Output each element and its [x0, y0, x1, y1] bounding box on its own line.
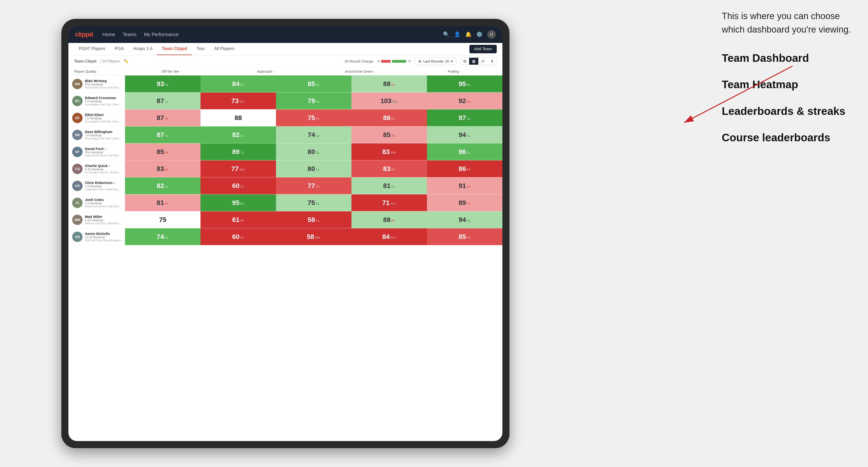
score-value: 92: [459, 97, 466, 105]
score-value: 85: [459, 233, 466, 241]
score-cell: 813: [125, 194, 200, 211]
score-cell: 814: [351, 177, 427, 194]
avatar: BM: [72, 79, 83, 89]
player-row[interactable]: JCJosh Coles1-5 HandicapRoyal North Devo…: [68, 194, 502, 211]
score-value: 88: [235, 114, 242, 122]
tab-all-players[interactable]: All Players: [210, 43, 239, 55]
col-header-player-quality[interactable]: Player Quality ↕: [68, 69, 125, 73]
tab-pga[interactable]: PGA: [110, 43, 128, 55]
player-row[interactable]: BMBlair McHargPlus HandicapRoyal North D…: [68, 75, 502, 92]
user-icon[interactable]: 👤: [454, 31, 460, 37]
score-cell: 5810: [276, 228, 351, 245]
player-handicap: Plus Handicap: [85, 151, 122, 154]
score-value: 80: [308, 148, 315, 156]
bell-icon[interactable]: 🔔: [465, 31, 471, 37]
score-cell: 823: [125, 177, 200, 194]
tablet-frame: clippd Home Teams My Performance 🔍 👤 🔔 ⚙…: [61, 19, 509, 448]
score-change: 11: [390, 201, 396, 205]
player-row[interactable]: DFDavid Ford ✓Plus HandicapRoyal North D…: [68, 144, 502, 160]
score-change: 5: [467, 117, 471, 120]
score-change: 2: [316, 201, 320, 205]
score-cell: 853: [351, 126, 427, 143]
download-button[interactable]: ⬇: [488, 58, 497, 65]
player-handicap: 1-5 Handicap: [85, 185, 122, 188]
nav-link-my-performance[interactable]: My Performance: [144, 32, 179, 37]
score-inner: 923: [459, 97, 470, 105]
score-value: 87: [157, 131, 164, 139]
score-inner: 10315: [380, 97, 398, 105]
last-rounds-label: Last Rounds: 20: [423, 59, 449, 63]
tablet-screen: clippd Home Teams My Performance 🔍 👤 🔔 ⚙…: [68, 26, 502, 441]
score-cell: 963: [427, 144, 502, 160]
verified-icon: ✓: [108, 164, 111, 168]
view-toggle: ⊞ ▦ 🏷 ⬇: [460, 58, 497, 65]
player-handicap: 1-5 Handicap: [85, 134, 122, 137]
score-cell: 939: [125, 75, 200, 92]
player-row[interactable]: CQCharlie Quick ✓6-10 HandicapSt. George…: [68, 160, 502, 177]
player-info-blair-mcharg: BMBlair McHargPlus HandicapRoyal North D…: [68, 75, 125, 92]
score-change: 2: [391, 219, 395, 222]
score-change: 3: [467, 100, 471, 103]
player-handicap: 11-15 Handicap: [85, 236, 122, 239]
score-change: 11: [239, 100, 245, 103]
player-details: David Ford ✓Plus HandicapRoyal North Dev…: [85, 147, 122, 157]
avatar: CQ: [72, 164, 83, 174]
player-row[interactable]: MMMatt Miller6-10 HandicapWoburn Golf Cl…: [68, 211, 502, 228]
player-row[interactable]: ANAaron Nicholls11-15 HandicapDrift Golf…: [68, 228, 502, 245]
score-cell: 958: [200, 194, 276, 211]
card-view-button[interactable]: 🏷: [478, 58, 488, 65]
avatar: EE: [72, 113, 83, 123]
score-inner: 8310: [382, 148, 396, 156]
score-value: 91: [459, 182, 466, 190]
col-header-around-green[interactable]: Around the Green —: [314, 69, 408, 73]
col-header-approach[interactable]: Approach —: [219, 69, 314, 73]
score-value: 94: [459, 216, 466, 224]
player-details: Chris Robertson ✓1-5 HandicapCraigmillar…: [85, 181, 122, 191]
score-change: 3: [165, 151, 169, 154]
score-cell: 959: [427, 75, 502, 92]
nav-logo: clippd: [75, 31, 93, 38]
add-team-button[interactable]: Add Team: [469, 45, 497, 53]
player-row[interactable]: CRChris Robertson ✓1-5 HandicapCraigmill…: [68, 177, 502, 194]
score-value: 103: [380, 97, 392, 105]
player-handicap: 1-5 Handicap: [85, 117, 122, 120]
score-cells: 823602773814913: [125, 177, 502, 194]
edit-icon[interactable]: ✏️: [124, 59, 129, 63]
last-rounds-button[interactable]: ⊞ Last Rounds: 20 ▾: [415, 58, 456, 65]
score-value: 79: [308, 97, 315, 105]
dashboard-options-list: Team Dashboard Team Heatmap Leaderboards…: [722, 51, 854, 145]
annotation-intro-text: This is where you can choose which dashb…: [722, 9, 854, 36]
settings-icon[interactable]: ⚙️: [476, 31, 483, 37]
score-inner: 873: [157, 114, 168, 122]
nav-link-home[interactable]: Home: [102, 32, 115, 37]
score-inner: 881: [383, 80, 395, 88]
search-icon[interactable]: 🔍: [443, 31, 450, 37]
tab-tour[interactable]: Tour: [192, 43, 210, 55]
score-cell: 943: [427, 211, 502, 228]
table-view-button[interactable]: ▦: [469, 58, 478, 65]
player-row[interactable]: EEElliot Ebert1-5 HandicapSunningdale Go…: [68, 110, 502, 126]
col-header-off-tee[interactable]: Off the Tee —: [125, 69, 219, 73]
column-headers: Player Quality ↕ Off the Tee — Approach …: [68, 67, 502, 75]
tab-hcaps[interactable]: Hcaps 1-5: [128, 43, 157, 55]
col-header-putting[interactable]: Putting —: [408, 69, 502, 73]
player-row[interactable]: ECEdward Crossman1-5 HandicapSunningdale…: [68, 92, 502, 110]
avatar[interactable]: U: [487, 30, 496, 39]
nav-link-teams[interactable]: Teams: [123, 32, 136, 37]
score-cell: 748: [125, 228, 200, 245]
score-cells: 8337714801836868: [125, 160, 502, 177]
grid-view-button[interactable]: ⊞: [460, 58, 469, 65]
player-club: St. George's Hill GC - Weybridge - Surre…: [85, 171, 122, 174]
score-value: 94: [459, 131, 466, 139]
player-info-josh-coles: JCJosh Coles1-5 HandicapRoyal North Devo…: [68, 194, 125, 211]
score-cell: 854: [427, 228, 502, 245]
score-cell: 601: [200, 228, 276, 245]
score-value: 84: [232, 80, 239, 88]
player-row[interactable]: DBDave Billingham1-5 HandicapGog Magog G…: [68, 126, 502, 144]
score-inner: 882: [383, 216, 395, 224]
player-name: Dave Billingham: [85, 130, 122, 134]
tab-team-clippd[interactable]: Team Clippd: [157, 43, 192, 55]
score-cell: 882: [351, 211, 427, 228]
player-name: Josh Coles: [85, 198, 122, 201]
tab-pgat-players[interactable]: PGAT Players: [74, 43, 110, 55]
